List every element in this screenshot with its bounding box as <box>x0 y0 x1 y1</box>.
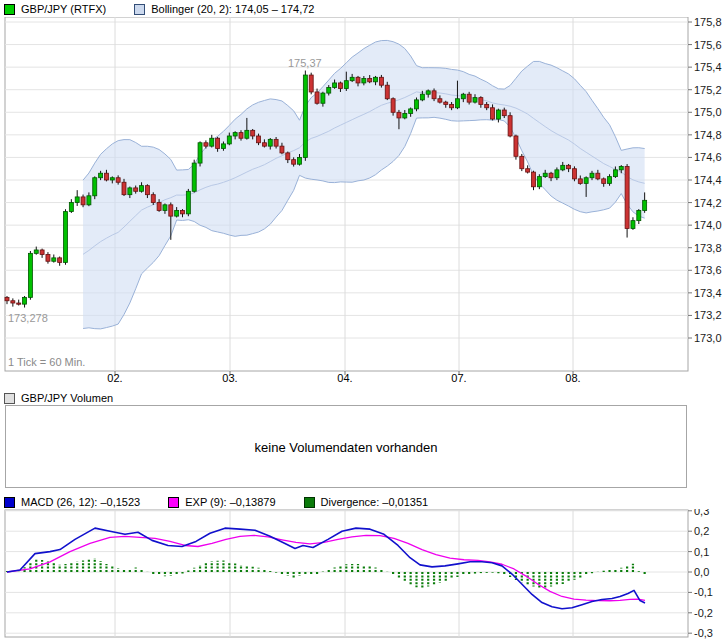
price-annotation: 173,278 <box>8 312 48 324</box>
candle-body <box>391 99 395 113</box>
legend-item-divergence[interactable]: Divergence: –0,01351 <box>304 496 429 508</box>
legend-item-bollinger[interactable]: Bollinger (20, 2): 174,05 – 174,72 <box>134 3 314 15</box>
candle-body <box>514 136 518 156</box>
candle-body <box>450 104 454 107</box>
candle-body <box>134 188 138 191</box>
price-tick-label: 175,6 <box>694 39 722 51</box>
candle-body <box>274 139 278 146</box>
candle-body <box>110 178 114 180</box>
candle-body <box>485 104 489 107</box>
candle-body <box>233 133 237 136</box>
candle-body <box>397 112 401 118</box>
candle-body <box>321 93 325 103</box>
candle-body <box>409 109 413 114</box>
macd-label: MACD (26, 12): –0,1523 <box>21 496 140 508</box>
candle-body <box>415 100 419 109</box>
candle-body <box>602 179 606 184</box>
macd-tick-label: 0,0 <box>694 566 709 578</box>
candle-body <box>227 136 231 144</box>
candle-body <box>268 139 272 146</box>
candle-body <box>374 77 378 82</box>
candle-body <box>561 165 565 170</box>
legend-item-macd[interactable]: MACD (26, 12): –0,1523 <box>4 496 140 508</box>
legend-item-exp[interactable]: EXP (9): –0,13879 <box>168 496 275 508</box>
candle-body <box>444 102 448 104</box>
volume-legend: GBP/JPY Volumen <box>4 391 113 405</box>
volume-panel[interactable]: keine Volumendaten vorhanden <box>5 405 687 488</box>
candle-body <box>473 98 477 103</box>
volume-label: GBP/JPY Volumen <box>21 392 113 404</box>
price-tick-label: 174,8 <box>694 129 722 141</box>
candle-body <box>362 78 366 83</box>
candle-body <box>140 186 144 192</box>
candle-body <box>502 110 506 116</box>
candle-body <box>455 99 459 108</box>
candle-body <box>204 143 208 146</box>
candle-body <box>461 94 465 99</box>
price-annotation: 175,37 <box>288 57 322 69</box>
candle-body <box>385 85 389 99</box>
candle-body <box>631 221 635 229</box>
candle-body <box>251 130 255 136</box>
price-tick-label: 174,2 <box>694 197 722 209</box>
candle-body <box>508 116 512 136</box>
candle-body <box>145 186 149 195</box>
candle-body <box>292 160 296 165</box>
candle-body <box>23 297 27 304</box>
macd-swatch-icon <box>4 497 15 508</box>
candle-body <box>520 156 524 168</box>
timeframe-note: 1 Tick = 60 Min. <box>8 356 85 368</box>
candle-body <box>338 83 342 89</box>
macd-tick-label: -0,1 <box>694 586 713 598</box>
candle-body <box>479 98 483 105</box>
candle-body <box>280 146 284 153</box>
candle-body <box>28 253 32 297</box>
x-axis-label: 02. <box>107 372 122 384</box>
x-axis-label: 03. <box>222 372 237 384</box>
x-axis-label: 08. <box>565 372 580 384</box>
legend-item-volume[interactable]: GBP/JPY Volumen <box>4 392 113 404</box>
bollinger-label: Bollinger (20, 2): 174,05 – 174,72 <box>151 3 314 15</box>
candle-body <box>58 258 62 263</box>
candle-body <box>64 212 68 263</box>
candle-body <box>543 173 547 176</box>
price-tick-label: 175,0 <box>694 106 722 118</box>
candle-body <box>426 91 430 94</box>
no-volume-message: keine Volumendaten vorhanden <box>6 440 686 455</box>
macd-legend: MACD (26, 12): –0,1523 EXP (9): –0,13879… <box>4 495 428 509</box>
candle-body <box>216 138 220 148</box>
macd-chart-plot[interactable]: 0,30,20,10,0-0,1-0,2-0,3 <box>0 509 726 640</box>
candle-body <box>175 210 179 216</box>
price-tick-label: 174,6 <box>694 151 722 163</box>
x-axis-label: 04. <box>337 372 352 384</box>
candle-body <box>5 297 9 300</box>
candle-body <box>526 169 530 172</box>
candle-body <box>379 77 383 85</box>
macd-tick-label: 0,1 <box>694 546 709 558</box>
legend-item-symbol[interactable]: GBP/JPY (RTFX) <box>4 3 106 15</box>
candle-body <box>157 203 161 211</box>
candle-body <box>491 108 495 119</box>
candle-body <box>186 191 190 214</box>
candle-body <box>75 197 79 203</box>
candle-body <box>104 173 108 180</box>
candle-body <box>69 203 73 212</box>
candle-body <box>467 94 471 102</box>
candle-body <box>596 173 600 179</box>
price-chart-plot[interactable]: 175,8175,6175,4175,2175,0174,8174,6174,4… <box>0 17 726 385</box>
candle-body <box>11 301 15 303</box>
candle-body <box>286 153 290 160</box>
candle-body <box>496 110 500 119</box>
candle-body <box>116 178 120 183</box>
candle-body <box>356 77 360 83</box>
candle-body <box>163 205 167 211</box>
price-tick-label: 173,6 <box>694 264 722 276</box>
macd-tick-label: -0,2 <box>694 607 713 619</box>
candle-body <box>420 94 424 100</box>
candle-body <box>46 254 50 261</box>
macd-tick-label: 0,2 <box>694 525 709 537</box>
candle-body <box>549 173 553 178</box>
candle-body <box>128 188 132 195</box>
candle-body <box>262 143 266 146</box>
volume-swatch-icon <box>4 393 15 404</box>
